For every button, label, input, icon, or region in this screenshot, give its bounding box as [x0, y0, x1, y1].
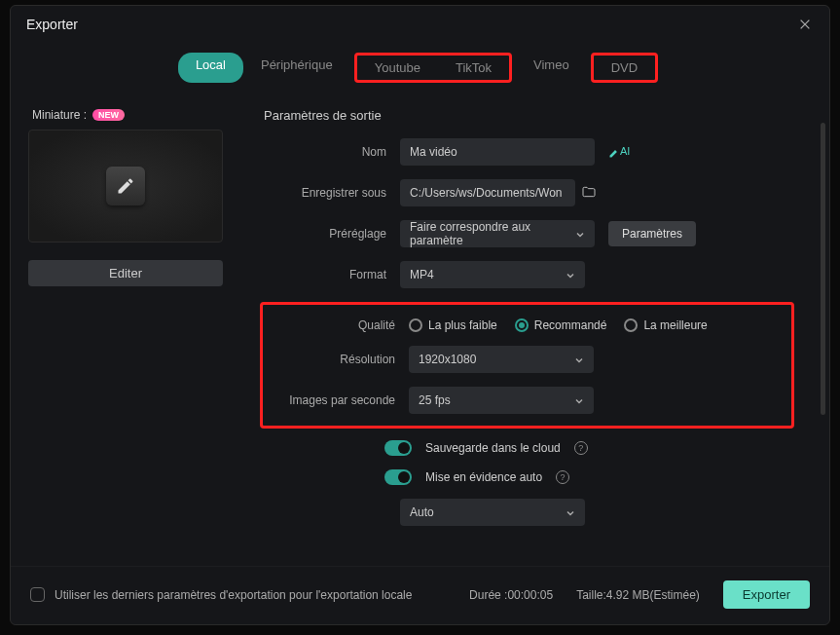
output-settings-title: Paramètres de sortie	[264, 108, 794, 123]
footer: Utiliser les derniers paramètres d'expor…	[11, 566, 829, 624]
chevron-down-icon	[566, 270, 575, 280]
miniature-label: Miniature : NEW	[32, 108, 240, 122]
auto-select[interactable]: Auto	[400, 499, 585, 526]
name-input[interactable]: Ma vidéo	[400, 138, 595, 166]
fps-select[interactable]: 25 fps	[409, 387, 594, 414]
export-button[interactable]: Exporter	[723, 580, 810, 609]
use-last-checkbox[interactable]	[30, 587, 45, 602]
cloud-label: Sauvegarde dans le cloud	[425, 441, 561, 455]
export-dialog: Exporter Local Périphérique Youtube TikT…	[10, 5, 830, 625]
duration-info: Durée :00:00:05	[469, 588, 553, 602]
use-last-label: Utiliser les derniers paramètres d'expor…	[55, 588, 412, 602]
highlight-label: Mise en évidence auto	[425, 470, 542, 484]
quality-radios: La plus faible Recommandé La meilleure	[409, 318, 708, 332]
quality-label: Qualité	[273, 318, 409, 332]
preset-select[interactable]: Faire correspondre aux paramètre	[400, 220, 595, 247]
thumbnail-preview[interactable]	[28, 130, 223, 243]
radio-dot	[515, 318, 529, 332]
help-icon[interactable]: ?	[574, 441, 588, 455]
export-tabs: Local Périphérique Youtube TikTok Vimeo …	[11, 39, 829, 94]
titlebar: Exporter	[11, 6, 829, 39]
scrollbar[interactable]	[821, 123, 825, 415]
close-icon[interactable]	[796, 16, 814, 33]
resolution-select[interactable]: 1920x1080	[409, 346, 594, 373]
highlight-box-quality: Qualité La plus faible Recommandé La	[260, 302, 794, 429]
format-label: Format	[264, 268, 400, 281]
resolution-label: Résolution	[273, 353, 409, 366]
save-as-label: Enregistrer sous	[264, 186, 400, 200]
cloud-toggle[interactable]	[384, 440, 412, 456]
help-icon[interactable]: ?	[556, 470, 569, 484]
tab-vimeo[interactable]: Vimeo	[516, 53, 587, 83]
radio-recommended[interactable]: Recommandé	[515, 318, 607, 332]
save-as-input[interactable]: C:/Users/ws/Documents/Won	[400, 179, 575, 206]
chevron-down-icon	[575, 229, 585, 239]
tab-local[interactable]: Local	[178, 53, 243, 83]
new-badge: NEW	[92, 109, 125, 121]
highlight-box-dvd: DVD	[591, 53, 658, 83]
edit-button[interactable]: Editer	[28, 260, 223, 286]
parameters-button[interactable]: Paramètres	[608, 221, 696, 246]
radio-lowest[interactable]: La plus faible	[409, 318, 497, 332]
chevron-down-icon	[574, 395, 584, 405]
tab-youtube[interactable]: Youtube	[357, 56, 438, 80]
preset-label: Préréglage	[264, 227, 400, 241]
fps-label: Images par seconde	[273, 393, 409, 407]
radio-dot	[409, 318, 422, 332]
highlight-box-tabs: Youtube TikTok	[354, 53, 512, 83]
folder-icon[interactable]	[581, 184, 597, 203]
radio-dot	[624, 318, 638, 332]
pencil-icon	[106, 167, 145, 205]
tab-peripherique[interactable]: Périphérique	[243, 53, 350, 83]
highlight-toggle[interactable]	[384, 469, 412, 485]
tab-dvd[interactable]: DVD	[594, 56, 655, 80]
name-label: Nom	[264, 145, 400, 159]
tab-tiktok[interactable]: TikTok	[438, 56, 509, 80]
radio-best[interactable]: La meilleure	[624, 318, 707, 332]
dialog-title: Exporter	[26, 17, 78, 32]
size-info: Taille:4.92 MB(Estimée)	[576, 588, 700, 602]
chevron-down-icon	[574, 355, 584, 364]
ai-icon[interactable]: AI	[608, 145, 630, 158]
chevron-down-icon	[566, 507, 575, 517]
format-select[interactable]: MP4	[400, 261, 585, 288]
